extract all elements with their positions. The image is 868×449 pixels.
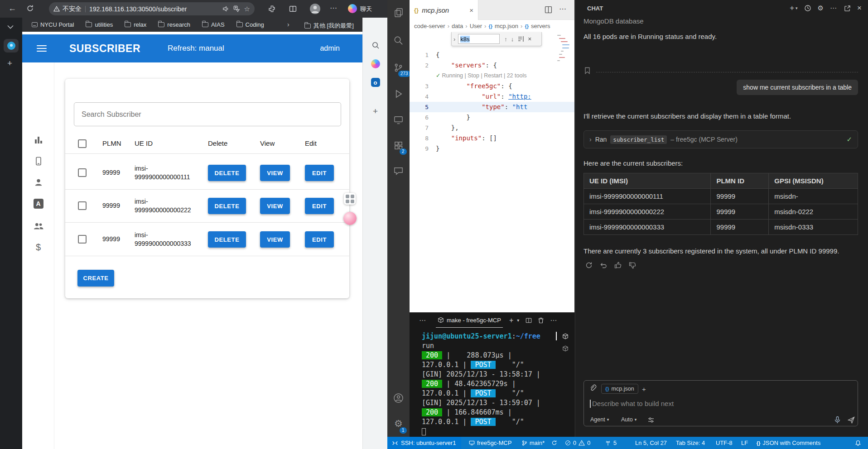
back-icon[interactable]: ← [8,4,16,13]
bookmark-item[interactable]: NYCU Portal [32,21,74,28]
bookmark-item[interactable]: relax [125,21,146,28]
model-picker[interactable]: Auto▾ [621,416,637,423]
crumb-root[interactable]: code-server [414,23,445,29]
other-favorites[interactable]: 其他 [我的最愛] [304,22,354,30]
user-menu[interactable]: admin [320,44,340,53]
find-next-icon[interactable]: ↓ [511,36,514,43]
chat-close-icon[interactable]: × [857,4,862,13]
row-checkbox[interactable] [78,168,87,177]
send-icon[interactable] [848,416,855,424]
remote-indicator[interactable]: SSH: ubuntu-server1 [387,437,461,449]
problems-item[interactable]: 0 0 [565,437,590,449]
address-bar[interactable]: 不安全 192.168.116.130:30500/subscriber ☆ [49,2,255,15]
terminal-lines[interactable]: jijun@ubuntu25-server1:~/freerun 200 | 2… [422,332,558,436]
star-icon[interactable]: ☆ [244,5,250,13]
crumb-user[interactable]: User [470,23,482,29]
crumb-symbol[interactable]: servers [531,23,550,29]
split-screen-icon[interactable] [289,5,297,13]
editor-more-icon[interactable]: ⋯ [559,5,566,13]
code-editor[interactable]: 1{2 "servers": {✓Running | Stop | Restar… [410,32,574,312]
copilot-chat-label[interactable]: 聊天 [360,5,372,13]
tab-mcp-json[interactable]: {} mcp.json × [410,0,478,20]
find-prev-icon[interactable]: ↑ [504,36,507,43]
add-context-icon[interactable]: + [642,385,646,393]
cursor-position[interactable]: Ln 5, Col 27 [635,437,667,449]
terminal-instance[interactable] [556,342,574,354]
regenerate-icon[interactable] [585,262,593,269]
run-debug-icon[interactable] [387,89,410,99]
refresh-icon[interactable] [26,5,34,12]
undo-icon[interactable] [600,262,607,269]
crumb-data[interactable]: data [452,23,463,29]
branch-item[interactable]: main* [521,437,545,449]
more-icon[interactable]: ⋯ [330,4,337,12]
avatar[interactable] [310,4,320,14]
new-chat-dropdown-icon[interactable]: ▾ [796,6,798,10]
add-app-icon[interactable]: + [363,106,388,116]
security-label[interactable]: 不安全 [63,5,82,13]
menu-icon[interactable] [37,45,47,52]
row-checkbox[interactable] [78,235,87,244]
codelens-text[interactable]: Running | Stop | Restart | 22 tools [442,72,526,79]
extensions-icon[interactable] [387,140,410,151]
search-sidebar-icon[interactable] [387,35,410,46]
sidebar-item-ue[interactable] [22,156,54,166]
chat-more-icon[interactable]: ⋯ [830,4,837,12]
settings-gear-icon[interactable]: ⚙ [387,418,410,429]
crumb-file[interactable]: mcp.json [495,23,518,29]
chat-input-placeholder[interactable]: Describe what to build next [592,400,674,407]
ports-item[interactable]: 5 [605,437,617,449]
remote-explorer-icon[interactable] [387,115,410,125]
bookmarks-overflow-icon[interactable]: › [287,21,289,28]
chat-settings-gear-icon[interactable]: ⚙ [818,4,824,12]
copilot-sidebar-icon[interactable] [363,59,388,68]
thumbs-up-icon[interactable] [614,262,622,269]
open-chat-editor-icon[interactable] [844,5,851,12]
delete-button[interactable]: DELETE [208,198,246,214]
chat-sidebar-icon[interactable] [387,166,410,176]
checkpoint-bookmark-icon[interactable] [584,67,590,74]
view-button[interactable]: VIEW [260,198,290,214]
active-tab-favicon[interactable] [4,39,19,53]
view-button[interactable]: VIEW [260,231,290,248]
edit-button[interactable]: EDIT [305,231,334,248]
edit-button[interactable]: EDIT [305,165,334,181]
explorer-icon[interactable] [387,7,410,18]
copilot-logo-icon[interactable] [348,4,357,13]
new-terminal-icon[interactable]: + [509,316,513,325]
sidebar-item-font[interactable]: A [22,199,54,209]
new-chat-icon[interactable]: + [790,4,794,13]
tab-size-item[interactable]: Tab Size: 4 [676,437,705,449]
bookmark-item[interactable]: AIAS [202,21,225,28]
delete-button[interactable]: DELETE [208,231,246,248]
select-all-checkbox[interactable] [78,139,87,148]
mode-picker[interactable]: Agent▾ [590,416,609,423]
bookmark-item[interactable]: utilities [86,21,113,28]
search-icon[interactable] [363,41,388,49]
delete-button[interactable]: DELETE [208,165,246,181]
chat-history-icon[interactable] [804,5,811,12]
view-button[interactable]: VIEW [260,165,290,181]
terminal-tab[interactable]: make - free5gc-MCP [436,313,503,328]
mic-icon[interactable] [834,416,841,424]
row-checkbox[interactable] [78,201,87,210]
tab-close-icon[interactable]: × [469,6,473,14]
kill-terminal-icon[interactable] [538,317,544,324]
account-icon[interactable] [387,393,410,403]
new-tab-icon[interactable]: + [7,58,12,68]
tool-call-row[interactable]: › Ran subscriber_list – free5gc (MCP Ser… [583,130,858,148]
workspace-item[interactable]: free5gc-MCP [469,437,512,449]
panel-tabs-overflow-icon[interactable]: ⋯ [419,316,426,325]
bookmark-item[interactable]: Coding [236,21,264,28]
thumbs-down-icon[interactable] [629,262,636,269]
sidebar-item-subscriber[interactable] [22,177,54,187]
sidebar-item-users[interactable] [22,221,54,231]
translate-icon[interactable] [233,5,240,12]
tools-icon[interactable] [647,416,655,424]
notifications-bell-icon[interactable] [855,437,861,449]
breadcrumb[interactable]: code-server› data› User› {} mcp.json› {}… [410,20,574,32]
search-input[interactable] [74,102,341,126]
find-in-selection-icon[interactable] [518,36,524,42]
read-aloud-icon[interactable] [222,5,229,12]
outlook-icon[interactable]: o [363,78,388,87]
